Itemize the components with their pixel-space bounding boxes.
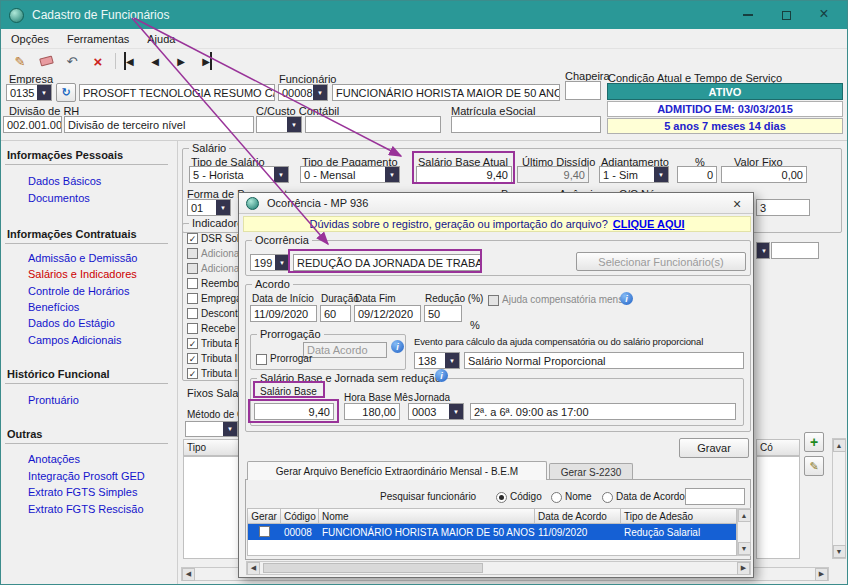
prorrogar-checkbox[interactable] (256, 354, 267, 365)
funcionario-name-field[interactable]: FUNCIONÁRIO HORISTA MAIOR DE 50 ANOS (332, 84, 560, 101)
delete-icon[interactable]: × (89, 52, 107, 70)
sidebar-item-fgts-simples[interactable]: Extrato FGTS Simples (28, 486, 137, 498)
empresa-combo[interactable]: 0135 (6, 84, 52, 101)
pesquisar-input[interactable] (685, 488, 745, 505)
empresa-name-field[interactable]: PROSOFT TECNOLOGIA RESUMO C/DIV (79, 84, 275, 101)
sidebar-item-anotacoes[interactable]: Anotações (28, 453, 80, 465)
ccusto-name-field[interactable] (305, 116, 441, 133)
dropdown-icon[interactable] (216, 200, 230, 215)
divisao-code-field[interactable]: 002.001.002 (3, 116, 62, 133)
sidebar-item-estagio[interactable]: Dados do Estágio (28, 317, 115, 329)
table-vertical-scrollbar[interactable] (737, 508, 751, 556)
ocorrencia-name-field[interactable]: REDUÇÃO DA JORNADA DE TRABALHO (293, 254, 481, 271)
sidebar-item-documentos[interactable]: Documentos (28, 192, 90, 204)
dialog-horizontal-scrollbar[interactable] (246, 561, 751, 575)
ocorrencia-code-combo[interactable]: 199 (250, 254, 290, 271)
scroll-right-icon[interactable] (737, 562, 750, 575)
radio-codigo[interactable] (496, 492, 507, 503)
radio-nome[interactable] (551, 492, 562, 503)
indicador-checkbox[interactable] (187, 308, 198, 319)
scroll-down-icon[interactable] (833, 545, 846, 558)
funcionario-combo[interactable]: 00008 (278, 84, 328, 101)
right-field-fragment[interactable] (771, 242, 819, 259)
ajuda-info-icon[interactable] (620, 292, 633, 305)
radio-data-acordo[interactable] (602, 492, 613, 503)
dropdown-icon[interactable] (313, 85, 327, 100)
sidebar-item-salarios[interactable]: Salários e Indicadores (28, 268, 137, 280)
indicador-checkbox[interactable] (187, 368, 198, 379)
dropdown-icon[interactable] (287, 117, 301, 132)
add-row-button[interactable]: + (804, 432, 824, 452)
sem-reducao-info-icon[interactable] (435, 369, 448, 382)
indicador-checkbox[interactable] (187, 293, 198, 304)
scroll-down-icon[interactable] (738, 542, 751, 555)
dropdown-icon[interactable] (275, 255, 289, 270)
edit-icon[interactable]: ✎ (11, 52, 29, 70)
tipo-pagamento-combo[interactable]: 0 - Mensal (300, 166, 400, 183)
dropdown-icon[interactable] (654, 167, 668, 182)
scroll-right-icon[interactable] (815, 568, 828, 581)
sidebar-item-prontuario[interactable]: Prontuário (28, 394, 79, 406)
data-fim-field[interactable]: 09/12/2020 (354, 305, 421, 322)
main-vertical-scrollbar[interactable] (832, 438, 846, 559)
scroll-up-icon[interactable] (833, 439, 846, 452)
nav-last-icon[interactable]: ▶ (198, 52, 212, 70)
jornada-desc-field[interactable]: 2ª. a 6ª. 09:00 as 17:00 (470, 403, 736, 420)
prorrogacao-info-icon[interactable] (391, 340, 404, 353)
sidebar-item-horarios[interactable]: Controle de Horários (28, 285, 130, 297)
chapeira-field[interactable] (565, 81, 601, 100)
jornada-combo[interactable]: 0003 (408, 403, 464, 420)
ccusto-combo[interactable] (256, 116, 302, 133)
metodo-calculo-combo[interactable] (185, 421, 238, 437)
indicador-checkbox[interactable] (187, 323, 198, 334)
sidebar-item-beneficios[interactable]: Benefícios (28, 301, 79, 313)
menu-ajuda[interactable]: Ajuda (147, 33, 175, 45)
edit-row-button[interactable]: ✎ (804, 456, 824, 476)
dropdown-icon[interactable] (449, 404, 463, 419)
forma-pagamento-combo[interactable]: 01 (187, 199, 231, 216)
data-inicio-field[interactable]: 11/09/2020 (250, 305, 317, 322)
hora-base-field[interactable]: 180,00 (344, 403, 400, 420)
reducao-field[interactable]: 50 (424, 305, 462, 322)
scroll-thumb[interactable] (263, 563, 483, 573)
dropdown-icon[interactable] (37, 85, 51, 100)
row-gerar-checkbox[interactable] (259, 526, 270, 537)
scroll-left-icon[interactable] (182, 568, 195, 581)
valor-fixo-field[interactable]: 0,00 (721, 166, 807, 183)
refresh-company-button[interactable]: ↻ (56, 83, 76, 102)
dropdown-icon[interactable] (445, 353, 459, 368)
dropdown-icon[interactable] (757, 243, 770, 258)
dropdown-icon[interactable] (223, 422, 237, 436)
salario-base-atual-field[interactable]: 9,40 (416, 166, 512, 183)
sidebar-item-ged[interactable]: Integração Prosoft GED (28, 470, 145, 482)
tipo-salario-combo[interactable]: 5 - Horista (189, 166, 289, 183)
dropdown-icon[interactable] (274, 167, 288, 182)
sidebar-item-admissao[interactable]: Admissão e Demissão (28, 252, 137, 264)
gravar-button[interactable]: Gravar (679, 438, 749, 458)
adiantamento-combo[interactable]: 1 - Sim (599, 166, 669, 183)
divisao-name-field[interactable]: Divisão de terceiro nível (64, 116, 254, 133)
salario-base-field[interactable]: 9,40 (254, 403, 334, 420)
right-combo-fragment[interactable] (756, 242, 770, 259)
duracao-field[interactable]: 60 (320, 305, 351, 322)
menu-opcoes[interactable]: Opções (11, 33, 49, 45)
cc-numero-field[interactable]: 3 (756, 199, 810, 216)
tab-bem[interactable]: Gerar Arquivo Benefício Extraordinário M… (247, 461, 547, 480)
dropdown-icon[interactable] (385, 167, 399, 182)
sidebar-item-dados-basicos[interactable]: Dados Básicos (28, 175, 101, 187)
indicador-checkbox[interactable] (187, 233, 198, 244)
close-button[interactable] (805, 1, 843, 29)
minimize-button[interactable] (729, 1, 767, 29)
scroll-left-icon[interactable] (247, 562, 260, 575)
dialog-close-button[interactable] (727, 196, 747, 211)
nav-prev-icon[interactable]: ◀ (146, 52, 164, 70)
indicador-checkbox[interactable] (187, 338, 198, 349)
nav-next-icon[interactable]: ▶ (172, 52, 190, 70)
nav-first-icon[interactable]: ◀ (124, 52, 138, 70)
scroll-up-icon[interactable] (738, 509, 751, 522)
clique-aqui-link[interactable]: CLIQUE AQUI (613, 218, 685, 230)
maximize-button[interactable] (767, 1, 805, 29)
undo-icon[interactable]: ↶ (63, 52, 81, 70)
evento-name-field[interactable]: Salário Normal Proporcional (464, 352, 744, 369)
matricula-field[interactable] (451, 116, 601, 133)
